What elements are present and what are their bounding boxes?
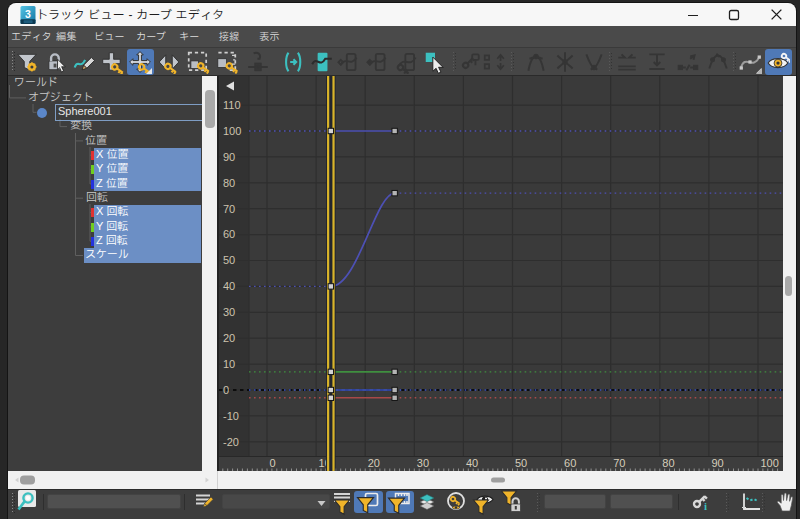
graph-scrollbar-thumb[interactable] <box>785 276 792 296</box>
svg-text:0: 0 <box>270 457 276 469</box>
svg-text:20: 20 <box>223 332 235 344</box>
title-bar[interactable]: 3 トラック ビュー - カーブ エディタ <box>8 3 796 26</box>
scale-keys-button[interactable] <box>184 49 211 75</box>
menu-bar: エディタ編集ビューカーブキー接線表示 <box>8 26 796 47</box>
curve-graph-area[interactable]: 1101009080706050403020100-10-20010203040… <box>217 76 785 472</box>
grid-arrows-icon <box>482 50 506 74</box>
minimize-button[interactable] <box>671 3 714 26</box>
move-keys-button[interactable] <box>127 49 154 75</box>
controllers-filter-button[interactable] <box>444 491 468 513</box>
track-axis-color-icon <box>91 180 94 189</box>
menu-edit[interactable]: 編集 <box>56 31 76 43</box>
tree-row-3[interactable]: Sphere001 <box>8 105 202 120</box>
main-toolbar <box>8 47 796 75</box>
pan-button[interactable] <box>772 491 796 513</box>
svg-text:20: 20 <box>368 457 380 469</box>
tree-row-label: スケール <box>85 248 129 262</box>
tree-horizontal-scrollbar[interactable] <box>8 471 217 489</box>
svg-text:80: 80 <box>662 457 674 469</box>
slide-key-icon <box>157 50 181 74</box>
track-name-filter-input[interactable] <box>47 494 181 509</box>
filters-button[interactable] <box>14 49 41 75</box>
svg-text:60: 60 <box>223 228 235 240</box>
graph-horizontal-scrollbar[interactable] <box>217 471 796 489</box>
lock-selection-button[interactable] <box>42 49 69 75</box>
tree-row-13[interactable]: スケール <box>8 248 202 263</box>
edit-track-set-button[interactable] <box>193 491 217 513</box>
svg-text:30: 30 <box>417 457 429 469</box>
show-tangents-toggle-button[interactable] <box>737 49 764 75</box>
controller-hierarchy-tree: ワールドオブジェクトSphere001変換位置X 位置Y 位置Z 位置回転X 回… <box>8 76 202 472</box>
layers-stack-icon <box>416 491 438 513</box>
svg-text:80: 80 <box>223 177 235 189</box>
lock-funnel-icon <box>501 491 523 513</box>
set-tangents-slow-button <box>614 49 641 75</box>
close-button[interactable] <box>755 3 796 26</box>
scale-values-button[interactable] <box>213 49 240 75</box>
region-keys-icon <box>310 50 334 74</box>
key-info-button[interactable]: i <box>688 491 714 513</box>
time-slider[interactable] <box>326 76 336 472</box>
slide-keys-button[interactable] <box>156 49 183 75</box>
simplify-curve-icon <box>282 50 306 74</box>
filters-list-button[interactable] <box>330 491 354 513</box>
select-cursor-icon <box>423 50 447 74</box>
show-hidden-tracks-button[interactable] <box>472 491 496 513</box>
zoom-region-button[interactable] <box>17 490 39 512</box>
region-keys-tool-button[interactable] <box>309 49 336 75</box>
retime-tool-button <box>244 49 271 75</box>
show-all-tracks-button[interactable] <box>415 491 439 513</box>
simplify-curve-button[interactable] <box>281 49 308 75</box>
set-tangents-step-button <box>644 49 671 75</box>
tree-vertical-scrollbar[interactable] <box>202 76 217 472</box>
svg-text:60: 60 <box>564 457 576 469</box>
menu-curves[interactable]: カーブ <box>136 31 166 43</box>
desktop: { "window": { "title": "トラック ビュー - カーブ エ… <box>0 0 800 519</box>
maximize-button[interactable] <box>712 3 755 26</box>
set-tangents-smooth-button <box>705 49 732 75</box>
graph-vertical-scrollbar[interactable] <box>783 76 796 472</box>
tree-scrollbar-thumb[interactable] <box>205 90 215 128</box>
show-selected-key-stats-button <box>336 49 363 75</box>
toolbar-separator <box>511 52 514 71</box>
tangent-fast-icon <box>582 50 606 74</box>
key-info-icon: i <box>690 491 712 513</box>
svg-text:3: 3 <box>25 8 31 20</box>
add-keys-button[interactable] <box>99 49 126 75</box>
show-only-animated-tracks-button[interactable] <box>386 491 414 513</box>
set-tangents-spline-button <box>552 49 579 75</box>
show-only-selected-tracks-button[interactable] <box>354 491 383 513</box>
svg-text:90: 90 <box>223 151 235 163</box>
svg-text:70: 70 <box>223 203 235 215</box>
menu-keys[interactable]: キー <box>179 31 199 43</box>
draw-curves-button[interactable] <box>70 49 97 75</box>
tangent-slow-icon <box>615 50 639 74</box>
filter-gear-icon <box>15 50 39 74</box>
bottom-bar-separator <box>762 493 765 512</box>
bottom-bar-separator <box>184 494 185 510</box>
svg-text:110: 110 <box>223 99 241 111</box>
add-key-icon <box>100 50 124 74</box>
object-node-dot-icon <box>37 108 47 118</box>
show-keyable-icons-button[interactable] <box>765 49 792 75</box>
svg-text:50: 50 <box>223 254 235 266</box>
tangent-linear-icon <box>676 50 700 74</box>
menu-editor[interactable]: エディタ <box>11 31 52 43</box>
track-axis-color-icon <box>91 151 94 160</box>
menu-display[interactable]: 表示 <box>259 31 279 43</box>
locked-tracks-button[interactable] <box>500 491 524 513</box>
interactive-update-button[interactable] <box>738 491 764 513</box>
key-time-input[interactable] <box>544 494 606 509</box>
svg-text:40: 40 <box>466 457 478 469</box>
bottom-toolbar: i <box>8 489 796 519</box>
track-view-curve-editor-window: 3 トラック ビュー - カーブ エディタ エディタ編集ビューカーブキー接線表示… <box>8 3 796 519</box>
svg-text:-10: -10 <box>223 410 239 422</box>
track-axis-color-icon <box>91 223 94 232</box>
svg-text:70: 70 <box>613 457 625 469</box>
track-set-select[interactable] <box>222 494 330 509</box>
key-value-input[interactable] <box>610 494 673 509</box>
menu-tangents[interactable]: 接線 <box>219 31 239 43</box>
menu-view[interactable]: ビュー <box>94 31 125 43</box>
svg-text:100: 100 <box>223 125 241 137</box>
select-keys-by-time-button[interactable] <box>422 49 449 75</box>
